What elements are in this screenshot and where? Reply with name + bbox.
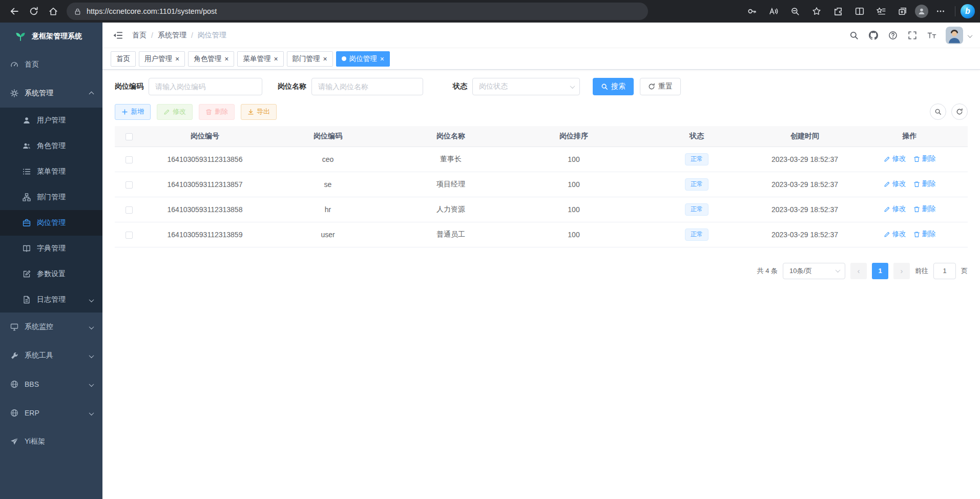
prev-page-button[interactable]: ‹ — [850, 263, 867, 279]
row-delete-link[interactable]: 删除 — [913, 154, 936, 163]
edit-icon — [23, 270, 31, 278]
row-delete-link[interactable]: 删除 — [913, 179, 936, 189]
page-unit-label: 页 — [961, 266, 968, 276]
page-number-1[interactable]: 1 — [872, 263, 888, 279]
favorites-icon[interactable] — [807, 2, 826, 20]
close-icon[interactable]: × — [175, 55, 179, 63]
collections-icon[interactable] — [893, 2, 912, 20]
lock-icon — [74, 8, 81, 15]
sidebar-item-bbs[interactable]: BBS — [0, 370, 102, 399]
sidebar: 意框架管理系统 首页 系统管理 用户管理 — [0, 23, 102, 499]
sidebar-item-role-mgmt[interactable]: 角色管理 — [0, 133, 102, 159]
tab-home[interactable]: 首页 — [111, 51, 136, 67]
page-size-select[interactable]: 10条/页 — [783, 263, 845, 279]
home-icon[interactable] — [44, 2, 62, 20]
sidebar-item-system-tools[interactable]: 系统工具 — [0, 341, 102, 370]
row-edit-link[interactable]: 修改 — [884, 154, 906, 163]
sidebar-item-dept-mgmt[interactable]: 部门管理 — [0, 184, 102, 210]
tab-dept-mgmt[interactable]: 部门管理 × — [287, 51, 333, 67]
caret-down-icon[interactable] — [968, 31, 972, 40]
fullscreen-icon[interactable] — [907, 30, 918, 41]
zoom-icon[interactable] — [786, 2, 804, 20]
user-avatar[interactable] — [946, 27, 963, 44]
sidebar-item-system-monitor[interactable]: 系统监控 — [0, 313, 102, 341]
reset-button[interactable]: 重置 — [640, 78, 681, 95]
back-icon[interactable] — [5, 2, 24, 20]
sidebar-item-label: 角色管理 — [37, 141, 66, 151]
close-icon[interactable]: × — [224, 55, 228, 63]
row-checkbox[interactable] — [126, 232, 133, 239]
row-checkbox[interactable] — [126, 181, 133, 189]
delete-button[interactable]: 删除 — [199, 104, 235, 120]
users-icon — [23, 142, 31, 150]
chevron-down-icon — [836, 267, 841, 273]
sidebar-item-erp[interactable]: ERP — [0, 399, 102, 427]
help-icon[interactable] — [887, 30, 899, 41]
next-page-button[interactable]: › — [893, 263, 910, 279]
row-checkbox[interactable] — [126, 156, 133, 163]
post-code-input[interactable] — [149, 78, 262, 95]
export-button[interactable]: 导出 — [241, 104, 277, 120]
sidebar-toggle-icon[interactable] — [111, 28, 125, 43]
row-delete-link[interactable]: 删除 — [913, 230, 936, 239]
close-icon[interactable]: × — [274, 55, 278, 63]
tab-role-mgmt[interactable]: 角色管理 × — [188, 51, 234, 67]
tab-label: 用户管理 — [144, 54, 172, 64]
breadcrumb-home[interactable]: 首页 — [132, 31, 147, 40]
refresh-table-button[interactable] — [951, 103, 968, 120]
edit-button[interactable]: 修改 — [157, 104, 193, 120]
sidebar-item-post-mgmt[interactable]: 岗位管理 — [0, 210, 102, 236]
table-row: 1641030593112313856 ceo 董事长 100 正常 2023-… — [115, 147, 968, 172]
read-aloud-icon[interactable] — [764, 2, 783, 20]
favorites-bar-icon[interactable] — [872, 2, 890, 20]
extensions-icon[interactable] — [829, 2, 847, 20]
row-delete-link[interactable]: 删除 — [913, 204, 936, 214]
row-edit-link[interactable]: 修改 — [884, 179, 906, 189]
filter-form: 岗位编码 岗位名称 状态 岗位状态 搜索 重 — [115, 78, 968, 95]
sidebar-item-user-mgmt[interactable]: 用户管理 — [0, 108, 102, 133]
table-row: 1641030593112313857 se 项目经理 100 正常 2023-… — [115, 172, 968, 197]
status-select[interactable]: 岗位状态 — [472, 78, 580, 95]
tab-post-mgmt[interactable]: 岗位管理 × — [336, 51, 390, 67]
post-name-input[interactable] — [311, 78, 423, 95]
close-icon[interactable]: × — [380, 55, 384, 63]
post-code-label: 岗位编码 — [115, 82, 143, 91]
row-edit-link[interactable]: 修改 — [884, 230, 906, 239]
tags-view-bar: 首页 用户管理 × 角色管理 × 菜单管理 × 部门管理 × 岗位管理 × — [102, 48, 980, 70]
address-bar[interactable]: https://ccnetcore.com:1101/system/post — [67, 3, 648, 20]
toolbar-right-tools — [930, 103, 968, 120]
sidebar-item-log-mgmt[interactable]: 日志管理 — [0, 287, 102, 313]
chevron-up-icon — [90, 89, 93, 97]
row-checkbox[interactable] — [126, 206, 133, 214]
app-title: 意框架管理系统 — [32, 32, 82, 41]
refresh-icon[interactable] — [25, 2, 43, 20]
split-screen-icon[interactable] — [850, 2, 869, 20]
add-button[interactable]: 新增 — [115, 104, 151, 120]
search-button[interactable]: 搜索 — [593, 78, 634, 95]
text-size-icon[interactable] — [926, 30, 937, 41]
toggle-search-button[interactable] — [930, 103, 946, 120]
sidebar-item-menu-mgmt[interactable]: 菜单管理 — [0, 159, 102, 184]
sidebar-item-system-mgmt[interactable]: 系统管理 — [0, 79, 102, 108]
more-icon[interactable] — [931, 2, 950, 20]
row-edit-link[interactable]: 修改 — [884, 204, 906, 214]
close-icon[interactable]: × — [323, 55, 327, 63]
app-logo[interactable]: 意框架管理系统 — [0, 23, 102, 50]
tab-user-mgmt[interactable]: 用户管理 × — [139, 51, 185, 67]
tab-menu-mgmt[interactable]: 菜单管理 × — [237, 51, 283, 67]
breadcrumb-system-mgmt[interactable]: 系统管理 — [158, 31, 186, 40]
sidebar-item-dict-mgmt[interactable]: 字典管理 — [0, 236, 102, 261]
search-icon[interactable] — [848, 30, 860, 41]
chevron-down-icon — [90, 409, 93, 417]
profile-avatar[interactable] — [915, 5, 928, 18]
sidebar-item-param-settings[interactable]: 参数设置 — [0, 261, 102, 287]
select-all-checkbox[interactable] — [126, 133, 133, 140]
github-icon[interactable] — [868, 30, 879, 41]
key-icon[interactable] — [743, 2, 761, 20]
sidebar-item-home[interactable]: 首页 — [0, 50, 102, 79]
sidebar-item-yi-framework[interactable]: Yi框架 — [0, 427, 102, 456]
goto-page-input[interactable] — [933, 263, 956, 279]
cell-post-name: 董事长 — [389, 147, 512, 172]
bing-icon[interactable]: b — [961, 4, 975, 18]
download-icon — [247, 109, 254, 115]
